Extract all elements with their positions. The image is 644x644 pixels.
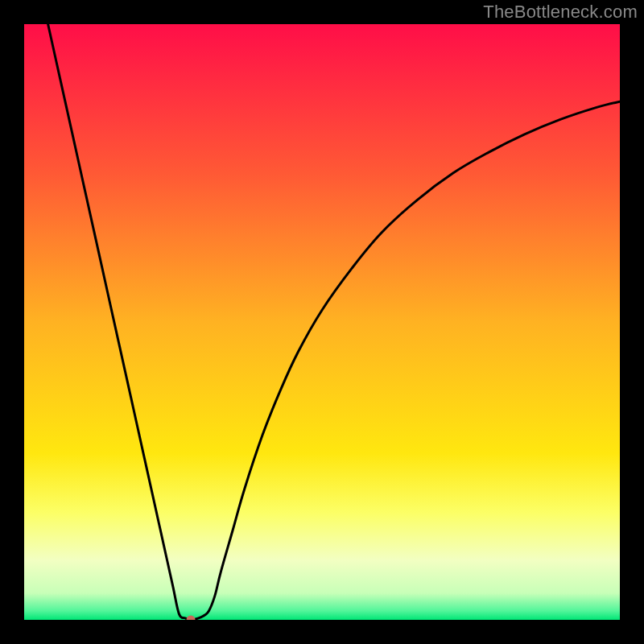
minimum-marker bbox=[187, 616, 196, 621]
chart-frame: TheBottleneck.com bbox=[0, 0, 644, 644]
bottleneck-curve bbox=[48, 24, 620, 620]
watermark-text: TheBottleneck.com bbox=[483, 2, 638, 23]
curve-svg bbox=[24, 24, 620, 620]
plot-area bbox=[24, 24, 620, 620]
